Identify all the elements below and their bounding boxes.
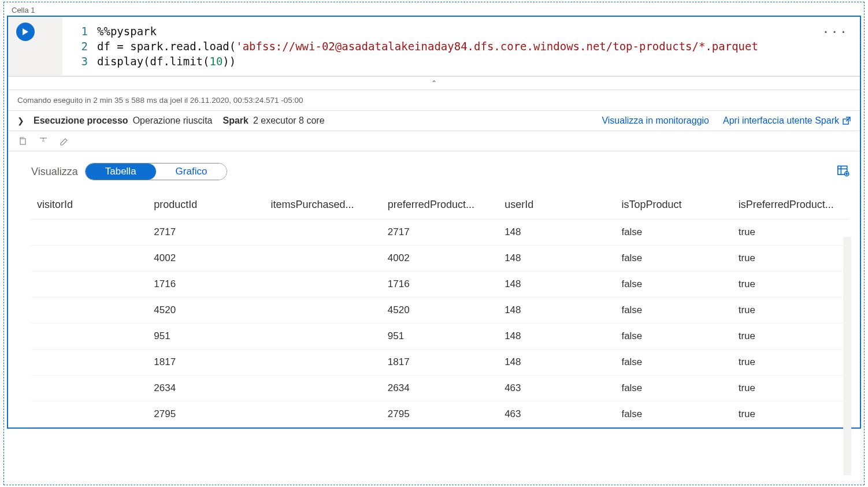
table-cell [31,220,148,246]
external-link-icon [843,117,851,125]
results-table: visitorIdproductIditemsPurchased...prefe… [31,191,850,427]
column-header[interactable]: preferredProduct... [382,191,499,220]
execution-summary-right: Visualizza in monitoraggio Apri interfac… [602,116,851,126]
monitor-link[interactable]: Visualizza in monitoraggio [602,116,709,126]
table-cell: 4002 [148,246,265,272]
output-toolbar [8,131,860,151]
cell-gutter [8,17,62,76]
table-cell: true [733,220,850,246]
table-row[interactable]: 951951148falsetrue [31,324,850,350]
table-cell [265,272,382,298]
column-header[interactable]: userId [499,191,615,220]
exec-result: Operazione riuscita [133,116,213,126]
table-cell: 1716 [382,272,499,298]
table-cell: false [615,324,732,350]
table-cell [265,220,382,246]
table-cell: true [733,376,850,402]
table-cell: 148 [499,298,615,324]
table-cell [31,350,148,376]
table-row[interactable]: 45204520148falsetrue [31,298,850,324]
run-button[interactable] [16,23,35,41]
scrollbar[interactable] [843,237,851,475]
table-cell [265,350,382,376]
table-cell: 4002 [382,246,499,272]
chevron-right-icon[interactable]: ❯ [17,116,29,125]
table-cell: 463 [499,402,615,427]
execution-summary-row: ❯ Esecuzione processo Operazione riuscit… [8,110,860,131]
table-cell: 2634 [148,376,265,402]
column-header[interactable]: visitorId [31,191,148,220]
expand-icon[interactable] [38,136,49,146]
view-label: Visualizza [31,166,78,178]
table-cell: 148 [499,246,615,272]
view-switch: Tabella Grafico [85,163,228,180]
execution-summary-left: ❯ Esecuzione processo Operazione riuscit… [17,116,602,126]
table-row[interactable]: 17161716148falsetrue [31,272,850,298]
svg-marker-0 [23,28,28,35]
table-row[interactable]: 40024002148falsetrue [31,246,850,272]
table-cell: 1817 [382,350,499,376]
play-icon [21,28,29,36]
cell-box: 1 2 3 %%pyspark df = spark.read.load('ab… [7,16,861,429]
table-settings-icon [837,165,850,177]
table-cell: true [733,402,850,427]
table-cell [265,376,382,402]
table-cell: true [733,324,850,350]
column-header[interactable]: itemsPurchased... [265,191,382,220]
column-header[interactable]: productId [148,191,265,220]
table-cell: 148 [499,272,615,298]
table-row[interactable]: 27952795463falsetrue [31,402,850,427]
table-cell [265,246,382,272]
table-cell: 2717 [148,220,265,246]
output-area: Visualizza Tabella Grafico visitorIdprod… [8,151,860,427]
table-cell [31,272,148,298]
table-cell [265,298,382,324]
column-header[interactable]: isTopProduct [615,191,732,220]
table-cell: false [615,220,732,246]
spark-ui-link[interactable]: Apri interfaccia utente Spark [723,116,851,126]
cell-actions-button[interactable]: ··· [822,25,848,39]
tab-table[interactable]: Tabella [86,163,156,180]
notebook-cell: Cella 1 1 2 3 %%pyspark df = spark.read.… [7,6,861,481]
table-cell: 4520 [148,298,265,324]
table-row[interactable]: 18171817148falsetrue [31,350,850,376]
table-cell: 148 [499,220,615,246]
table-cell: 2795 [148,402,265,427]
spark-label: Spark [222,116,248,126]
tab-chart[interactable]: Grafico [156,163,227,180]
table-cell: true [733,350,850,376]
table-cell: false [615,246,732,272]
spark-detail: 2 executor 8 core [253,116,325,126]
view-switch-row: Visualizza Tabella Grafico [31,163,850,180]
code-lines: %%pyspark df = spark.read.load('abfss://… [97,24,860,69]
code-editor[interactable]: 1 2 3 %%pyspark df = spark.read.load('ab… [62,17,860,76]
table-cell [31,324,148,350]
collapse-handle[interactable]: ⌃ [8,76,860,90]
table-cell: 2717 [382,220,499,246]
execution-status-text: Comando eseguito in 2 min 35 s 588 ms da… [8,90,860,110]
table-cell: 463 [499,376,615,402]
table-cell: 2795 [382,402,499,427]
table-cell: false [615,298,732,324]
output-settings-button[interactable] [837,165,850,179]
table-row[interactable]: 26342634463falsetrue [31,376,850,402]
copy-icon[interactable] [17,136,28,146]
table-cell: true [733,272,850,298]
table-cell: true [733,298,850,324]
table-cell: 1817 [148,350,265,376]
table-cell: false [615,350,732,376]
clear-icon[interactable] [59,136,69,146]
cell-title: Cella 1 [7,6,861,16]
table-cell: 148 [499,324,615,350]
exec-process-label: Esecuzione processo [34,116,128,126]
table-cell: true [733,246,850,272]
table-cell: 1716 [148,272,265,298]
column-header[interactable]: isPreferredProduct... [733,191,850,220]
table-cell [31,298,148,324]
table-cell: 2634 [382,376,499,402]
table-row[interactable]: 27172717148falsetrue [31,220,850,246]
table-cell: 148 [499,350,615,376]
table-cell: 4520 [382,298,499,324]
table-cell [265,324,382,350]
table-cell: 951 [148,324,265,350]
